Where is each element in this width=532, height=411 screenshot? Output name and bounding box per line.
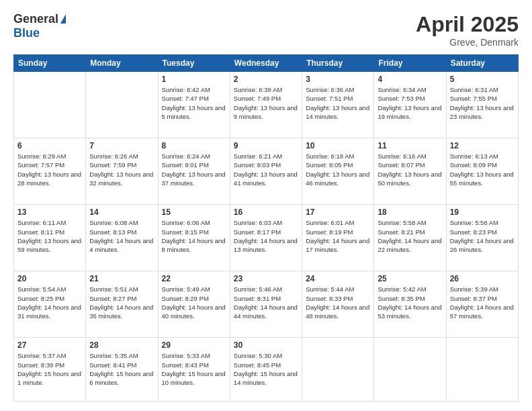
calendar-cell (86, 72, 158, 138)
calendar-week-row: 6Sunrise: 6:29 AM Sunset: 7:57 PM Daylig… (14, 138, 519, 205)
cell-text: Sunrise: 6:39 AM Sunset: 7:49 PM Dayligh… (234, 85, 298, 121)
logo-blue-text: Blue (13, 26, 40, 40)
calendar-cell: 24Sunrise: 5:44 AM Sunset: 8:33 PM Dayli… (302, 271, 374, 338)
cell-text: Sunrise: 6:42 AM Sunset: 7:47 PM Dayligh… (162, 85, 226, 121)
calendar-cell: 6Sunrise: 6:29 AM Sunset: 7:57 PM Daylig… (14, 138, 86, 205)
cell-text: Sunrise: 5:44 AM Sunset: 8:33 PM Dayligh… (306, 285, 370, 320)
location: Greve, Denmark (416, 37, 519, 48)
cell-text: Sunrise: 6:03 AM Sunset: 8:17 PM Dayligh… (234, 218, 298, 254)
weekday-header-cell: Thursday (302, 55, 374, 72)
logo: General Blue (13, 12, 66, 40)
weekday-header-cell: Wednesday (230, 55, 302, 72)
calendar-week-row: 27Sunrise: 5:37 AM Sunset: 8:39 PM Dayli… (14, 338, 519, 402)
weekday-header-cell: Monday (86, 55, 158, 72)
logo-general-text: General (13, 12, 58, 26)
cell-text: Sunrise: 5:42 AM Sunset: 8:35 PM Dayligh… (378, 285, 442, 320)
day-number: 13 (17, 208, 82, 217)
header: General Blue April 2025 Greve, Denmark (13, 12, 519, 48)
weekday-header-cell: Saturday (446, 55, 518, 72)
calendar-cell: 14Sunrise: 6:08 AM Sunset: 8:13 PM Dayli… (86, 205, 158, 271)
day-number: 25 (378, 274, 442, 283)
calendar-cell: 22Sunrise: 5:49 AM Sunset: 8:29 PM Dayli… (158, 271, 230, 338)
day-number: 17 (306, 208, 370, 217)
cell-text: Sunrise: 5:46 AM Sunset: 8:31 PM Dayligh… (234, 285, 298, 320)
day-number: 20 (17, 274, 82, 283)
cell-text: Sunrise: 6:29 AM Sunset: 7:57 PM Dayligh… (17, 152, 82, 187)
cell-text: Sunrise: 6:08 AM Sunset: 8:13 PM Dayligh… (89, 218, 154, 254)
cell-text: Sunrise: 6:21 AM Sunset: 8:03 PM Dayligh… (234, 152, 298, 187)
calendar-cell: 12Sunrise: 6:13 AM Sunset: 8:09 PM Dayli… (446, 138, 518, 205)
calendar-week-row: 13Sunrise: 6:11 AM Sunset: 8:11 PM Dayli… (14, 205, 519, 271)
calendar-cell: 5Sunrise: 6:31 AM Sunset: 7:55 PM Daylig… (446, 72, 518, 138)
weekday-header-cell: Sunday (14, 55, 86, 72)
day-number: 10 (306, 141, 370, 150)
calendar-week-row: 1Sunrise: 6:42 AM Sunset: 7:47 PM Daylig… (14, 72, 519, 138)
day-number: 2 (234, 75, 298, 84)
day-number: 22 (162, 274, 226, 283)
cell-text: Sunrise: 5:30 AM Sunset: 8:45 PM Dayligh… (234, 351, 298, 387)
cell-text: Sunrise: 6:18 AM Sunset: 8:05 PM Dayligh… (306, 152, 370, 187)
calendar-cell: 19Sunrise: 5:56 AM Sunset: 8:23 PM Dayli… (446, 205, 518, 271)
day-number: 4 (378, 75, 442, 84)
calendar-cell: 25Sunrise: 5:42 AM Sunset: 8:35 PM Dayli… (374, 271, 446, 338)
calendar-cell: 16Sunrise: 6:03 AM Sunset: 8:17 PM Dayli… (230, 205, 302, 271)
calendar-cell: 11Sunrise: 6:16 AM Sunset: 8:07 PM Dayli… (374, 138, 446, 205)
cell-text: Sunrise: 6:24 AM Sunset: 8:01 PM Dayligh… (162, 152, 226, 187)
cell-text: Sunrise: 6:34 AM Sunset: 7:53 PM Dayligh… (378, 85, 442, 121)
day-number: 11 (378, 141, 442, 150)
calendar-cell: 7Sunrise: 6:26 AM Sunset: 7:59 PM Daylig… (86, 138, 158, 205)
day-number: 8 (162, 141, 226, 150)
day-number: 26 (450, 274, 515, 283)
cell-text: Sunrise: 6:36 AM Sunset: 7:51 PM Dayligh… (306, 85, 370, 121)
day-number: 9 (234, 141, 298, 150)
calendar-cell: 27Sunrise: 5:37 AM Sunset: 8:39 PM Dayli… (14, 338, 86, 402)
day-number: 5 (450, 75, 515, 84)
calendar-cell: 1Sunrise: 6:42 AM Sunset: 7:47 PM Daylig… (158, 72, 230, 138)
calendar-cell: 2Sunrise: 6:39 AM Sunset: 7:49 PM Daylig… (230, 72, 302, 138)
cell-text: Sunrise: 5:35 AM Sunset: 8:41 PM Dayligh… (89, 351, 154, 387)
weekday-header-cell: Friday (374, 55, 446, 72)
day-number: 28 (89, 340, 154, 350)
cell-text: Sunrise: 5:39 AM Sunset: 8:37 PM Dayligh… (450, 285, 515, 320)
calendar-cell: 10Sunrise: 6:18 AM Sunset: 8:05 PM Dayli… (302, 138, 374, 205)
day-number: 15 (162, 208, 226, 217)
calendar-cell (302, 338, 374, 402)
cell-text: Sunrise: 6:26 AM Sunset: 7:59 PM Dayligh… (89, 152, 154, 187)
day-number: 23 (234, 274, 298, 283)
calendar-cell: 13Sunrise: 6:11 AM Sunset: 8:11 PM Dayli… (14, 205, 86, 271)
calendar-cell: 9Sunrise: 6:21 AM Sunset: 8:03 PM Daylig… (230, 138, 302, 205)
calendar-cell: 4Sunrise: 6:34 AM Sunset: 7:53 PM Daylig… (374, 72, 446, 138)
day-number: 21 (89, 274, 154, 283)
calendar-cell: 23Sunrise: 5:46 AM Sunset: 8:31 PM Dayli… (230, 271, 302, 338)
day-number: 12 (450, 141, 515, 150)
cell-text: Sunrise: 5:49 AM Sunset: 8:29 PM Dayligh… (162, 285, 226, 320)
cell-text: Sunrise: 6:13 AM Sunset: 8:09 PM Dayligh… (450, 152, 515, 187)
day-number: 7 (89, 141, 154, 150)
calendar-cell: 8Sunrise: 6:24 AM Sunset: 8:01 PM Daylig… (158, 138, 230, 205)
cell-text: Sunrise: 6:01 AM Sunset: 8:19 PM Dayligh… (306, 218, 370, 254)
calendar-cell: 30Sunrise: 5:30 AM Sunset: 8:45 PM Dayli… (230, 338, 302, 402)
calendar-cell: 29Sunrise: 5:33 AM Sunset: 8:43 PM Dayli… (158, 338, 230, 402)
cell-text: Sunrise: 5:58 AM Sunset: 8:21 PM Dayligh… (378, 218, 442, 254)
calendar-cell: 28Sunrise: 5:35 AM Sunset: 8:41 PM Dayli… (86, 338, 158, 402)
cell-text: Sunrise: 5:51 AM Sunset: 8:27 PM Dayligh… (89, 285, 154, 320)
cell-text: Sunrise: 5:33 AM Sunset: 8:43 PM Dayligh… (162, 351, 226, 387)
cell-text: Sunrise: 5:56 AM Sunset: 8:23 PM Dayligh… (450, 218, 515, 254)
calendar-cell (374, 338, 446, 402)
calendar-cell: 3Sunrise: 6:36 AM Sunset: 7:51 PM Daylig… (302, 72, 374, 138)
calendar-cell: 21Sunrise: 5:51 AM Sunset: 8:27 PM Dayli… (86, 271, 158, 338)
day-number: 6 (17, 141, 82, 150)
calendar-cell: 18Sunrise: 5:58 AM Sunset: 8:21 PM Dayli… (374, 205, 446, 271)
calendar-table: SundayMondayTuesdayWednesdayThursdayFrid… (13, 54, 519, 402)
day-number: 18 (378, 208, 442, 217)
day-number: 14 (89, 208, 154, 217)
title-section: April 2025 Greve, Denmark (416, 12, 519, 48)
month-title: April 2025 (416, 12, 519, 37)
cell-text: Sunrise: 5:54 AM Sunset: 8:25 PM Dayligh… (17, 285, 82, 320)
cell-text: Sunrise: 6:06 AM Sunset: 8:15 PM Dayligh… (162, 218, 226, 254)
calendar-cell (446, 338, 518, 402)
cell-text: Sunrise: 6:16 AM Sunset: 8:07 PM Dayligh… (378, 152, 442, 187)
day-number: 1 (162, 75, 226, 84)
calendar-cell: 17Sunrise: 6:01 AM Sunset: 8:19 PM Dayli… (302, 205, 374, 271)
day-number: 27 (17, 340, 82, 350)
